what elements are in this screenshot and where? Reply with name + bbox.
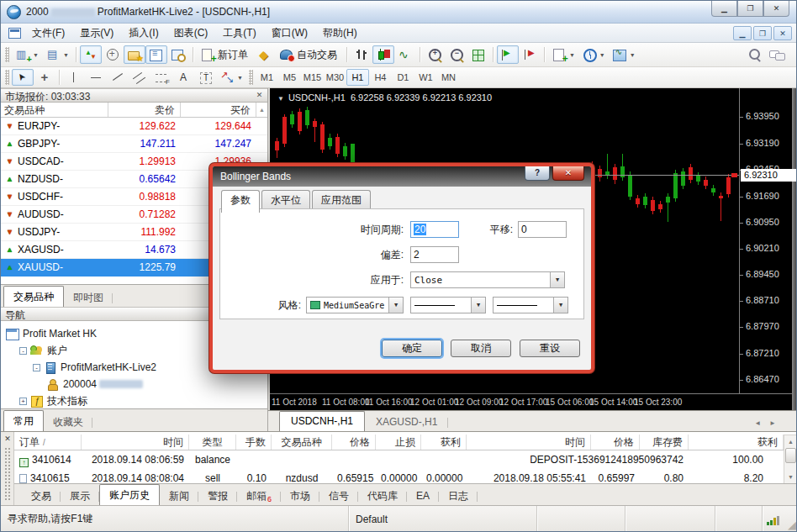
- period-mn[interactable]: MN: [437, 69, 460, 86]
- new-chart-button[interactable]: ▼: [12, 45, 42, 64]
- line-chart-button[interactable]: [394, 45, 416, 64]
- terminal-tab-2[interactable]: 账户历史: [99, 484, 160, 505]
- profiles-button[interactable]: ▼: [42, 45, 72, 64]
- orders-column-header[interactable]: 交易品种: [272, 435, 332, 450]
- menu-item-charts[interactable]: 图表(C): [166, 24, 216, 43]
- templates-button[interactable]: ▼: [609, 45, 639, 64]
- toolbar-grip[interactable]: [249, 70, 253, 85]
- expand-icon[interactable]: +: [19, 398, 27, 405]
- chart-shift-button[interactable]: [519, 45, 541, 64]
- terminal-tab-6[interactable]: 市场: [281, 488, 319, 505]
- new-order-button[interactable]: 新订单: [197, 45, 254, 64]
- order-row[interactable]: 34106152018.09.14 08:08:04sell0.10nzdusd…: [14, 469, 784, 484]
- column-header-ask[interactable]: 买价: [181, 103, 256, 117]
- order-row[interactable]: ↑34106142018.09.14 08:06:59balanceDEPOSI…: [14, 450, 784, 469]
- chart-document-icon[interactable]: [8, 28, 21, 39]
- crosshair-button[interactable]: [34, 69, 55, 86]
- menu-item-view[interactable]: 显示(V): [72, 24, 121, 43]
- terminal-tab-3[interactable]: 新闻: [160, 488, 198, 505]
- orders-column-header[interactable]: 时间: [467, 435, 591, 450]
- dropdown-arrow-icon[interactable]: ▼: [471, 298, 485, 313]
- toolbar-grip[interactable]: [5, 70, 9, 85]
- navigator-tab-1[interactable]: 收藏夹: [44, 414, 92, 431]
- status-profile[interactable]: Default: [349, 506, 537, 532]
- terminal-tab-1[interactable]: 展示: [61, 488, 99, 505]
- metaeditor-button[interactable]: [254, 45, 276, 64]
- market-watch-row[interactable]: ▼EURJPY-129.622129.644: [1, 118, 267, 135]
- menu-item-window[interactable]: 窗口(W): [264, 24, 315, 43]
- terminal-tab-5[interactable]: 邮箱6: [237, 488, 281, 505]
- navigator-tab-0[interactable]: 常用: [3, 410, 44, 431]
- dropdown-arrow-icon[interactable]: ▼: [550, 272, 564, 287]
- vertical-line-button[interactable]: [63, 69, 85, 86]
- shift-input[interactable]: 0: [518, 221, 567, 238]
- period-h4[interactable]: H4: [369, 69, 392, 86]
- period-m15[interactable]: M15: [301, 69, 324, 86]
- close-button[interactable]: ✕: [763, 1, 789, 17]
- search-button[interactable]: [744, 45, 766, 64]
- text-button[interactable]: [172, 69, 194, 86]
- periods-button[interactable]: ▼: [578, 45, 609, 64]
- scroll-thumb[interactable]: [785, 448, 796, 463]
- chat-button[interactable]: [766, 45, 788, 64]
- reset-button[interactable]: 重设: [520, 340, 580, 357]
- period-m1[interactable]: M1: [256, 69, 278, 86]
- fibonacci-button[interactable]: [150, 69, 172, 86]
- zoom-out-button[interactable]: [446, 45, 467, 64]
- terminal-tab-10[interactable]: 日志: [439, 488, 478, 505]
- line-width-select[interactable]: ▼: [493, 297, 568, 313]
- terminal-tab-7[interactable]: 信号: [319, 488, 358, 505]
- mdi-restore-button[interactable]: ❐: [753, 26, 772, 40]
- dropdown-arrow-icon[interactable]: ▼: [388, 298, 403, 313]
- line-style-select[interactable]: ▼: [410, 297, 486, 313]
- collapse-icon[interactable]: -: [19, 347, 27, 355]
- terminal-close-icon[interactable]: ✕: [3, 434, 13, 444]
- period-h1[interactable]: H1: [346, 69, 369, 86]
- mdi-close-button[interactable]: ✕: [773, 26, 792, 40]
- orders-column-header[interactable]: 类型: [189, 435, 236, 450]
- orders-column-header[interactable]: 手数: [236, 435, 272, 450]
- chart-tab-0[interactable]: USDCNH-,H1: [279, 411, 365, 431]
- terminal-grip[interactable]: [4, 447, 12, 502]
- tile-windows-button[interactable]: [467, 45, 489, 64]
- arrows-button[interactable]: ▼: [216, 69, 246, 86]
- indicators-button[interactable]: ▼: [548, 45, 578, 64]
- menu-item-help[interactable]: 帮助(H): [315, 24, 365, 43]
- restore-button[interactable]: ❐: [737, 1, 763, 17]
- style-color-select[interactable]: MediumSeaGre ▼: [306, 297, 404, 313]
- cancel-button[interactable]: 取消: [451, 340, 511, 357]
- collapse-icon[interactable]: -: [33, 364, 40, 371]
- column-header-bid[interactable]: 卖价: [108, 103, 181, 117]
- orders-column-header[interactable]: 获利: [689, 435, 784, 450]
- market-watch-button[interactable]: [80, 45, 102, 64]
- period-m5[interactable]: M5: [278, 69, 301, 86]
- chart-tabs-scroll-left-icon[interactable]: ◄: [754, 419, 761, 427]
- market-watch-row[interactable]: ▲GBPJPY-147.211147.247: [1, 135, 267, 153]
- orders-column-header[interactable]: 库存费: [640, 435, 689, 450]
- toolbar-grip[interactable]: [5, 47, 9, 62]
- orders-column-header[interactable]: 时间: [82, 435, 189, 450]
- column-header-symbol[interactable]: 交易品种: [1, 103, 108, 117]
- period-w1[interactable]: W1: [414, 69, 437, 86]
- zoom-in-button[interactable]: [424, 45, 446, 64]
- navigator-item[interactable]: 200004: [1, 376, 267, 392]
- market-watch-tab-0[interactable]: 交易品种: [3, 286, 64, 307]
- dropdown-arrow-icon[interactable]: ▼: [553, 298, 567, 313]
- text-label-button[interactable]: [194, 69, 216, 86]
- minimize-button[interactable]: ▁: [711, 1, 737, 17]
- scroll-up-icon[interactable]: ▲: [784, 435, 797, 448]
- candlestick-button[interactable]: [372, 45, 394, 64]
- orders-column-header[interactable]: 价格: [591, 435, 640, 450]
- horizontal-line-button[interactable]: [85, 69, 107, 86]
- market-watch-tab-1[interactable]: 即时图: [64, 290, 113, 307]
- dialog-close-button[interactable]: ✕: [552, 166, 584, 181]
- resize-grip[interactable]: ◢: [788, 519, 796, 531]
- trendline-button[interactable]: [107, 69, 129, 86]
- terminal-tab-4[interactable]: 警报: [198, 488, 237, 505]
- chart-tab-1[interactable]: XAGUSD-,H1: [365, 414, 448, 431]
- chart-tabs-scroll-right-icon[interactable]: ►: [769, 419, 776, 427]
- terminal-scrollbar[interactable]: ▲ ▼: [784, 435, 797, 484]
- menu-item-file[interactable]: 文件(F): [24, 24, 72, 43]
- period-input[interactable]: 20: [410, 221, 459, 238]
- auto-scroll-button[interactable]: [497, 45, 519, 64]
